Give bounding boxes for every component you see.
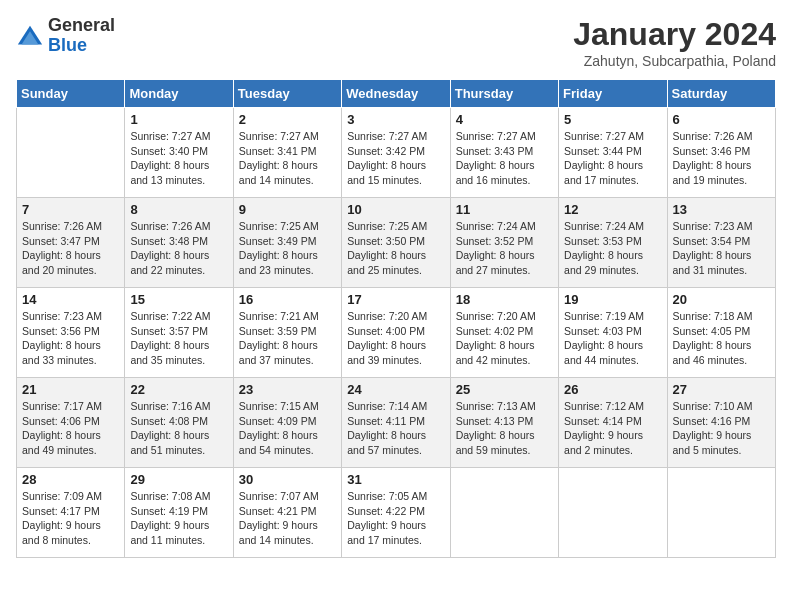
- calendar-cell: 29Sunrise: 7:08 AM Sunset: 4:19 PM Dayli…: [125, 468, 233, 558]
- calendar-cell: 30Sunrise: 7:07 AM Sunset: 4:21 PM Dayli…: [233, 468, 341, 558]
- calendar-cell: 15Sunrise: 7:22 AM Sunset: 3:57 PM Dayli…: [125, 288, 233, 378]
- calendar-cell: 27Sunrise: 7:10 AM Sunset: 4:16 PM Dayli…: [667, 378, 775, 468]
- calendar-cell: 20Sunrise: 7:18 AM Sunset: 4:05 PM Dayli…: [667, 288, 775, 378]
- day-info: Sunrise: 7:27 AM Sunset: 3:44 PM Dayligh…: [564, 129, 661, 188]
- day-info: Sunrise: 7:21 AM Sunset: 3:59 PM Dayligh…: [239, 309, 336, 368]
- day-info: Sunrise: 7:23 AM Sunset: 3:54 PM Dayligh…: [673, 219, 770, 278]
- day-info: Sunrise: 7:27 AM Sunset: 3:42 PM Dayligh…: [347, 129, 444, 188]
- calendar-cell: 13Sunrise: 7:23 AM Sunset: 3:54 PM Dayli…: [667, 198, 775, 288]
- day-number: 9: [239, 202, 336, 217]
- day-number: 27: [673, 382, 770, 397]
- weekday-header-friday: Friday: [559, 80, 667, 108]
- calendar-cell: 2Sunrise: 7:27 AM Sunset: 3:41 PM Daylig…: [233, 108, 341, 198]
- day-number: 19: [564, 292, 661, 307]
- logo-text: General Blue: [48, 16, 115, 56]
- logo-blue: Blue: [48, 35, 87, 55]
- week-row-1: 1Sunrise: 7:27 AM Sunset: 3:40 PM Daylig…: [17, 108, 776, 198]
- day-info: Sunrise: 7:07 AM Sunset: 4:21 PM Dayligh…: [239, 489, 336, 548]
- calendar-cell: 1Sunrise: 7:27 AM Sunset: 3:40 PM Daylig…: [125, 108, 233, 198]
- day-info: Sunrise: 7:08 AM Sunset: 4:19 PM Dayligh…: [130, 489, 227, 548]
- calendar-cell: 18Sunrise: 7:20 AM Sunset: 4:02 PM Dayli…: [450, 288, 558, 378]
- calendar-cell: 5Sunrise: 7:27 AM Sunset: 3:44 PM Daylig…: [559, 108, 667, 198]
- day-number: 26: [564, 382, 661, 397]
- calendar-cell: [559, 468, 667, 558]
- day-number: 15: [130, 292, 227, 307]
- day-info: Sunrise: 7:19 AM Sunset: 4:03 PM Dayligh…: [564, 309, 661, 368]
- day-info: Sunrise: 7:16 AM Sunset: 4:08 PM Dayligh…: [130, 399, 227, 458]
- weekday-header-wednesday: Wednesday: [342, 80, 450, 108]
- week-row-4: 21Sunrise: 7:17 AM Sunset: 4:06 PM Dayli…: [17, 378, 776, 468]
- day-number: 5: [564, 112, 661, 127]
- weekday-header-saturday: Saturday: [667, 80, 775, 108]
- day-number: 21: [22, 382, 119, 397]
- day-number: 3: [347, 112, 444, 127]
- day-number: 12: [564, 202, 661, 217]
- month-title: January 2024: [573, 16, 776, 53]
- day-number: 2: [239, 112, 336, 127]
- week-row-2: 7Sunrise: 7:26 AM Sunset: 3:47 PM Daylig…: [17, 198, 776, 288]
- day-number: 30: [239, 472, 336, 487]
- day-info: Sunrise: 7:25 AM Sunset: 3:50 PM Dayligh…: [347, 219, 444, 278]
- day-info: Sunrise: 7:25 AM Sunset: 3:49 PM Dayligh…: [239, 219, 336, 278]
- day-number: 29: [130, 472, 227, 487]
- day-number: 23: [239, 382, 336, 397]
- calendar-cell: 19Sunrise: 7:19 AM Sunset: 4:03 PM Dayli…: [559, 288, 667, 378]
- calendar-cell: 25Sunrise: 7:13 AM Sunset: 4:13 PM Dayli…: [450, 378, 558, 468]
- day-info: Sunrise: 7:20 AM Sunset: 4:02 PM Dayligh…: [456, 309, 553, 368]
- day-info: Sunrise: 7:26 AM Sunset: 3:47 PM Dayligh…: [22, 219, 119, 278]
- calendar-cell: [450, 468, 558, 558]
- day-info: Sunrise: 7:26 AM Sunset: 3:48 PM Dayligh…: [130, 219, 227, 278]
- weekday-header-monday: Monday: [125, 80, 233, 108]
- day-info: Sunrise: 7:14 AM Sunset: 4:11 PM Dayligh…: [347, 399, 444, 458]
- day-number: 25: [456, 382, 553, 397]
- calendar-cell: 28Sunrise: 7:09 AM Sunset: 4:17 PM Dayli…: [17, 468, 125, 558]
- calendar-cell: 10Sunrise: 7:25 AM Sunset: 3:50 PM Dayli…: [342, 198, 450, 288]
- calendar-table: SundayMondayTuesdayWednesdayThursdayFrid…: [16, 79, 776, 558]
- day-info: Sunrise: 7:09 AM Sunset: 4:17 PM Dayligh…: [22, 489, 119, 548]
- title-area: January 2024 Zahutyn, Subcarpathia, Pola…: [573, 16, 776, 69]
- calendar-cell: 7Sunrise: 7:26 AM Sunset: 3:47 PM Daylig…: [17, 198, 125, 288]
- week-row-3: 14Sunrise: 7:23 AM Sunset: 3:56 PM Dayli…: [17, 288, 776, 378]
- day-number: 11: [456, 202, 553, 217]
- calendar-cell: 31Sunrise: 7:05 AM Sunset: 4:22 PM Dayli…: [342, 468, 450, 558]
- day-number: 16: [239, 292, 336, 307]
- day-info: Sunrise: 7:24 AM Sunset: 3:53 PM Dayligh…: [564, 219, 661, 278]
- day-info: Sunrise: 7:27 AM Sunset: 3:43 PM Dayligh…: [456, 129, 553, 188]
- header: General Blue January 2024 Zahutyn, Subca…: [16, 16, 776, 69]
- day-info: Sunrise: 7:27 AM Sunset: 3:40 PM Dayligh…: [130, 129, 227, 188]
- calendar-cell: 24Sunrise: 7:14 AM Sunset: 4:11 PM Dayli…: [342, 378, 450, 468]
- day-info: Sunrise: 7:26 AM Sunset: 3:46 PM Dayligh…: [673, 129, 770, 188]
- day-info: Sunrise: 7:17 AM Sunset: 4:06 PM Dayligh…: [22, 399, 119, 458]
- weekday-header-tuesday: Tuesday: [233, 80, 341, 108]
- calendar-cell: 9Sunrise: 7:25 AM Sunset: 3:49 PM Daylig…: [233, 198, 341, 288]
- day-info: Sunrise: 7:05 AM Sunset: 4:22 PM Dayligh…: [347, 489, 444, 548]
- calendar-cell: 12Sunrise: 7:24 AM Sunset: 3:53 PM Dayli…: [559, 198, 667, 288]
- day-info: Sunrise: 7:15 AM Sunset: 4:09 PM Dayligh…: [239, 399, 336, 458]
- day-number: 1: [130, 112, 227, 127]
- calendar-cell: 8Sunrise: 7:26 AM Sunset: 3:48 PM Daylig…: [125, 198, 233, 288]
- day-info: Sunrise: 7:12 AM Sunset: 4:14 PM Dayligh…: [564, 399, 661, 458]
- location: Zahutyn, Subcarpathia, Poland: [573, 53, 776, 69]
- calendar-cell: [667, 468, 775, 558]
- calendar-cell: 21Sunrise: 7:17 AM Sunset: 4:06 PM Dayli…: [17, 378, 125, 468]
- day-number: 24: [347, 382, 444, 397]
- calendar-cell: [17, 108, 125, 198]
- day-info: Sunrise: 7:13 AM Sunset: 4:13 PM Dayligh…: [456, 399, 553, 458]
- day-number: 31: [347, 472, 444, 487]
- day-number: 8: [130, 202, 227, 217]
- day-number: 14: [22, 292, 119, 307]
- logo-icon: [16, 22, 44, 50]
- day-info: Sunrise: 7:27 AM Sunset: 3:41 PM Dayligh…: [239, 129, 336, 188]
- day-number: 4: [456, 112, 553, 127]
- day-info: Sunrise: 7:22 AM Sunset: 3:57 PM Dayligh…: [130, 309, 227, 368]
- day-number: 13: [673, 202, 770, 217]
- logo: General Blue: [16, 16, 115, 56]
- day-info: Sunrise: 7:10 AM Sunset: 4:16 PM Dayligh…: [673, 399, 770, 458]
- day-info: Sunrise: 7:20 AM Sunset: 4:00 PM Dayligh…: [347, 309, 444, 368]
- calendar-cell: 6Sunrise: 7:26 AM Sunset: 3:46 PM Daylig…: [667, 108, 775, 198]
- calendar-cell: 16Sunrise: 7:21 AM Sunset: 3:59 PM Dayli…: [233, 288, 341, 378]
- day-number: 6: [673, 112, 770, 127]
- calendar-cell: 11Sunrise: 7:24 AM Sunset: 3:52 PM Dayli…: [450, 198, 558, 288]
- day-number: 10: [347, 202, 444, 217]
- weekday-header-thursday: Thursday: [450, 80, 558, 108]
